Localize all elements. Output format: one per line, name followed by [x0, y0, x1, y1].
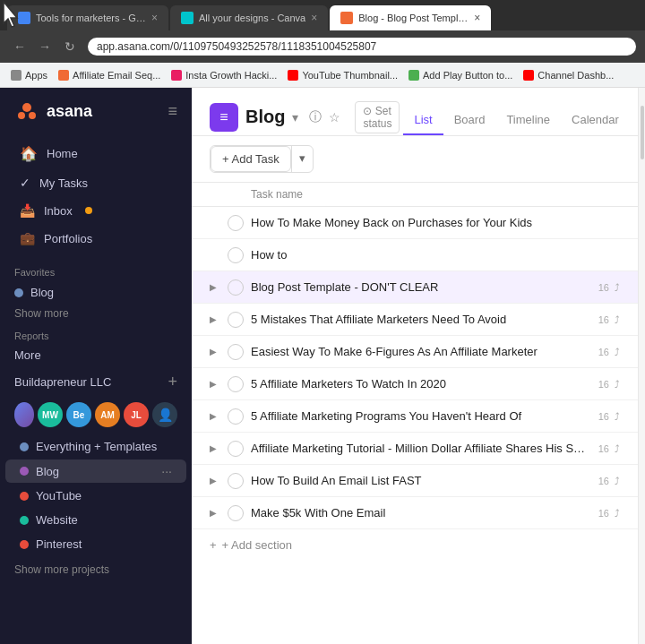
bookmark-apps[interactable]: Apps [11, 70, 47, 81]
project-title-caret[interactable]: ▾ [292, 110, 298, 125]
task-row[interactable]: How to [192, 239, 638, 271]
bookmark-channel[interactable]: Channel Dashb... [523, 70, 614, 81]
task-name-2: How to [251, 248, 620, 262]
tab-board[interactable]: Board [443, 106, 496, 135]
task-expand-9[interactable]: ▶ [210, 476, 228, 485]
show-more-projects[interactable]: Show more projects [0, 560, 192, 580]
forward-button[interactable]: → [34, 36, 56, 57]
address-bar[interactable]: app.asana.com/0/1109750493252578/1118351… [88, 38, 636, 56]
avatar-2: Be [66, 402, 91, 427]
back-button[interactable]: ← [9, 36, 30, 57]
svg-point-0 [22, 103, 31, 112]
scrollbar-indicator[interactable] [641, 106, 644, 159]
task-row[interactable]: ▶ 5 Affiliate Marketers To Watch In 2020… [192, 368, 638, 400]
sidebar-toggle-button[interactable]: ≡ [168, 102, 177, 121]
task-row[interactable]: How To Make Money Back on Purchases for … [192, 207, 638, 239]
task-check-7[interactable] [228, 408, 244, 425]
sidebar-item-pinterest[interactable]: Pinterest [5, 533, 186, 555]
task-expand-6[interactable]: ▶ [210, 379, 228, 389]
task-check-10[interactable] [228, 505, 244, 521]
info-icon[interactable]: ⓘ [309, 109, 322, 125]
tab-list[interactable]: List [403, 106, 443, 135]
workspace-add-button[interactable]: + [168, 373, 177, 391]
task-row[interactable]: ▶ How To Build An Email List FAST 16 ⤴ [192, 465, 638, 497]
tab-1[interactable]: Tools for marketers - Google Do... × [7, 5, 168, 30]
tab-3[interactable]: Blog - Blog Post Template - C... × [330, 5, 491, 30]
bookmark-affiliate-email[interactable]: Affiliate Email Seq... [58, 70, 160, 81]
project-label-website: Website [36, 513, 78, 527]
task-check-8[interactable] [228, 441, 244, 457]
inbox-badge [85, 207, 92, 214]
project-label-youtube: YouTube [36, 489, 82, 502]
task-check-4[interactable] [228, 312, 244, 328]
task-row[interactable]: ▶ Make $5k With One Email 16 ⤴ [192, 497, 638, 529]
subtask-icon-8: ⤴ [615, 443, 620, 454]
task-expand-8[interactable]: ▶ [210, 443, 228, 453]
sidebar-item-home[interactable]: 🏠 Home [5, 139, 186, 168]
task-row[interactable]: ▶ Blog Post Template - DON'T CLEAR 16 ⤴ [192, 271, 638, 304]
reload-button[interactable]: ↻ [59, 36, 81, 57]
task-check-2[interactable] [228, 247, 244, 263]
task-count-9: 16 [598, 476, 609, 486]
tab-close-2[interactable]: × [311, 12, 317, 24]
sidebar-item-label-home: Home [47, 147, 78, 160]
task-row[interactable]: ▶ 5 Mistakes That Affiliate Marketers Ne… [192, 304, 638, 336]
task-check-3[interactable] [228, 279, 244, 296]
tab-title-1: Tools for marketers - Google Do... [36, 13, 146, 23]
tab-calendar[interactable]: Calendar [561, 106, 630, 135]
project-title: Blog [245, 107, 285, 127]
portfolios-icon: 💼 [20, 231, 35, 245]
tab-close-3[interactable]: × [474, 12, 480, 24]
task-check-1[interactable] [228, 215, 244, 231]
task-row[interactable]: ▶ 5 Affiliate Marketing Programs You Hav… [192, 400, 638, 433]
toolbar: + Add Task ▾ [192, 136, 638, 183]
task-row[interactable]: ▶ Easiest Way To Make 6-Figures As An Af… [192, 336, 638, 368]
task-expand-10[interactable]: ▶ [210, 508, 228, 518]
svg-point-1 [18, 112, 25, 119]
task-expand-4[interactable]: ▶ [210, 314, 228, 324]
add-task-label: + Add Task [222, 152, 280, 166]
sidebar-item-portfolios[interactable]: 💼 Portfolios [5, 225, 186, 252]
star-icon[interactable]: ☆ [329, 110, 340, 125]
task-row[interactable]: ▶ Affiliate Marketing Tutorial - Million… [192, 433, 638, 465]
workspace-name: Buildapreneur LLC [14, 375, 111, 389]
project-tabs: List Board Timeline Calendar Progress Fo… [403, 106, 638, 135]
task-name-header: Task name [251, 188, 303, 201]
task-check-5[interactable] [228, 344, 244, 360]
task-check-9[interactable] [228, 473, 244, 489]
add-section-icon: + [210, 538, 217, 552]
sidebar-item-inbox[interactable]: 📥 Inbox [5, 197, 186, 224]
sidebar: asana ≡ 🏠 Home ✓ My Tasks 📥 Inbox 💼 Port… [0, 88, 192, 644]
sidebar-item-youtube[interactable]: YouTube [5, 485, 186, 507]
task-expand-7[interactable]: ▶ [210, 411, 228, 421]
tab-progress[interactable]: Progress [630, 106, 638, 135]
project-more-blog[interactable]: ··· [161, 464, 172, 478]
tab-close-1[interactable]: × [151, 12, 158, 24]
task-expand-3[interactable]: ▶ [210, 282, 228, 292]
sidebar-item-more[interactable]: More [0, 345, 192, 365]
tab-bar: Tools for marketers - Google Do... × All… [0, 0, 645, 30]
browser-chrome: Tools for marketers - Google Do... × All… [0, 0, 645, 63]
tab-timeline[interactable]: Timeline [495, 106, 561, 135]
sidebar-item-blog[interactable]: Blog ··· [5, 459, 186, 483]
sidebar-favorite-blog[interactable]: Blog [0, 281, 192, 304]
asana-logo[interactable]: asana [14, 99, 92, 124]
task-check-6[interactable] [228, 376, 244, 392]
sidebar-item-my-tasks[interactable]: ✓ My Tasks [5, 169, 186, 196]
inbox-icon: 📥 [20, 203, 35, 218]
task-name-1: How To Make Money Back on Purchases for … [251, 216, 620, 229]
task-count-10: 16 [598, 508, 609, 519]
bookmark-play[interactable]: Add Play Button to... [408, 70, 512, 81]
sidebar-item-everything[interactable]: Everything + Templates [5, 435, 186, 458]
task-expand-5[interactable]: ▶ [210, 347, 228, 356]
sidebar-item-website[interactable]: Website [5, 509, 186, 531]
show-more-favorites[interactable]: Show more [0, 304, 192, 323]
more-label: More [14, 348, 41, 362]
tab-2[interactable]: All your designs - Canva × [170, 5, 328, 30]
add-task-button[interactable]: + Add Task [211, 146, 291, 172]
set-status-button[interactable]: ⊙ Set status [355, 101, 400, 133]
add-section-button[interactable]: + + Add section [192, 529, 638, 561]
add-task-caret[interactable]: ▾ [291, 146, 313, 172]
bookmark-insta[interactable]: Insta Growth Hacki... [171, 70, 277, 81]
bookmark-youtube-thumb[interactable]: YouTube Thumbnail... [288, 70, 398, 81]
